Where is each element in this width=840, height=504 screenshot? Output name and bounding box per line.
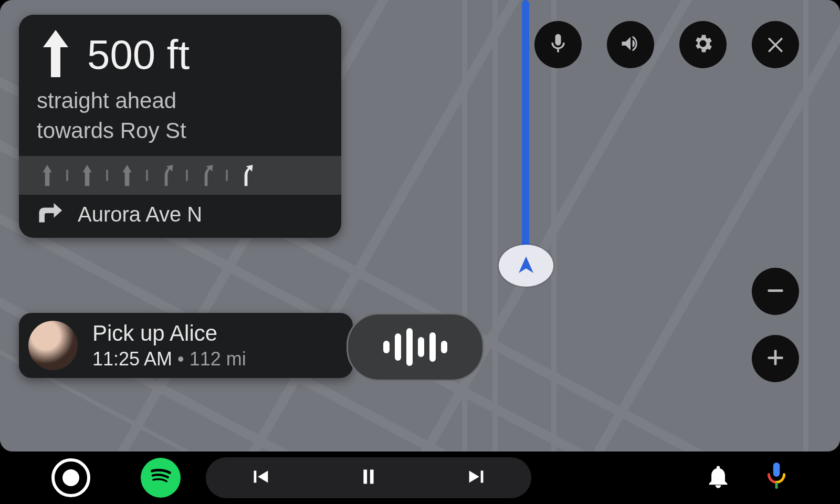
- lane-slight-right-active-icon: [231, 163, 262, 187]
- trip-distance: 112 mi: [190, 348, 246, 370]
- voice-pill[interactable]: [346, 313, 484, 381]
- mic-icon: [547, 32, 570, 57]
- minus-icon: [764, 279, 787, 304]
- lane-straight-icon: [32, 163, 63, 187]
- lane-straight-icon: [111, 163, 143, 187]
- trip-card[interactable]: Pick up Alice 11:25 AM • 112 mi: [19, 313, 353, 378]
- gear-icon: [691, 32, 715, 57]
- previous-track-button[interactable]: [248, 465, 272, 491]
- turn-right-icon: [34, 202, 63, 226]
- close-button[interactable]: [752, 21, 799, 68]
- nav-instruction-line2: towards Roy St: [37, 116, 323, 146]
- svg-rect-2: [774, 350, 777, 365]
- location-puck: [499, 245, 553, 287]
- plus-icon: [764, 346, 787, 371]
- contact-avatar: [28, 321, 78, 370]
- nav-primary-row: 500 ft: [19, 15, 341, 84]
- next-step-row: Aurora Ave N: [19, 195, 341, 238]
- sound-button[interactable]: [607, 21, 654, 68]
- lane-straight-icon: [71, 163, 103, 187]
- pause-button[interactable]: [356, 465, 381, 491]
- zoom-out-button[interactable]: [752, 268, 799, 315]
- nav-distance: 500 ft: [87, 31, 190, 79]
- route-line: [522, 0, 529, 262]
- notifications-button[interactable]: [705, 463, 732, 492]
- close-icon: [764, 32, 787, 57]
- bottom-bar: [0, 452, 840, 504]
- assistant-button[interactable]: [763, 461, 790, 495]
- trip-sep: •: [172, 348, 190, 370]
- spotify-icon: [146, 462, 175, 494]
- bell-icon: [705, 483, 732, 492]
- zoom-in-button[interactable]: [752, 335, 799, 382]
- nav-instruction-line1: straight ahead: [37, 86, 323, 116]
- media-controls: [206, 457, 531, 498]
- navigation-card[interactable]: 500 ft straight ahead towards Roy St Aur…: [19, 15, 341, 238]
- home-button[interactable]: [51, 458, 90, 497]
- svg-rect-4: [773, 463, 780, 477]
- assistant-mic-icon: [763, 485, 790, 494]
- lane-slight-right-icon: [191, 163, 223, 187]
- lane-guidance: [19, 156, 341, 195]
- trip-text: Pick up Alice 11:25 AM • 112 mi: [92, 321, 246, 370]
- mic-button[interactable]: [534, 21, 582, 68]
- trip-title: Pick up Alice: [92, 321, 246, 346]
- nav-instruction: straight ahead towards Roy St: [19, 84, 341, 156]
- screen: 500 ft straight ahead towards Roy St Aur…: [0, 0, 840, 504]
- lane-slight-right-icon: [151, 163, 183, 187]
- trip-subline: 11:25 AM • 112 mi: [92, 348, 246, 370]
- svg-rect-0: [768, 289, 783, 292]
- music-app-button[interactable]: [141, 458, 181, 498]
- svg-rect-5: [775, 482, 778, 489]
- maneuver-straight-icon: [37, 28, 75, 81]
- svg-point-3: [146, 462, 175, 491]
- next-step-road: Aurora Ave N: [78, 203, 202, 226]
- volume-icon: [619, 32, 642, 57]
- settings-button[interactable]: [679, 21, 727, 68]
- next-track-button[interactable]: [465, 465, 489, 491]
- trip-time: 11:25 AM: [92, 348, 172, 370]
